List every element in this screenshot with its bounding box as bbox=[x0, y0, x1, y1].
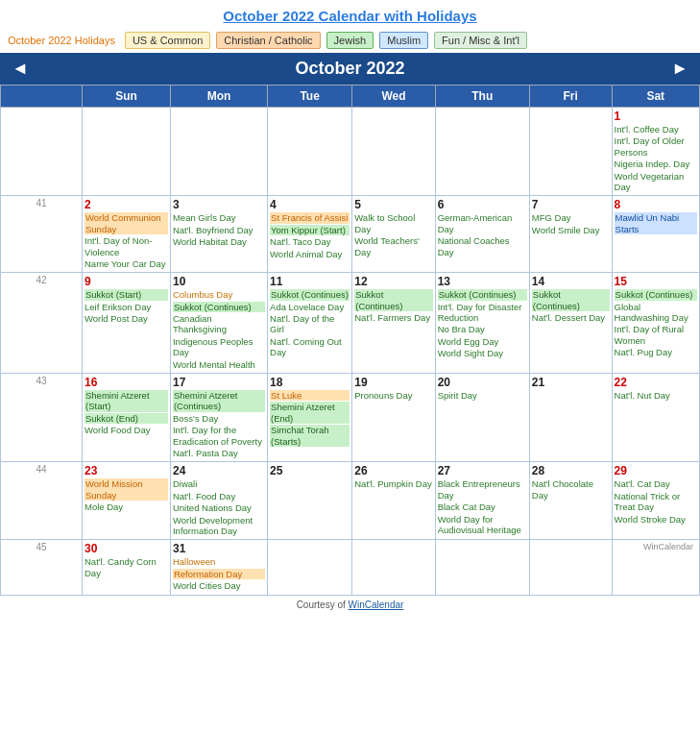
day-5: 5 Walk to School Day World Teachers' Day bbox=[352, 196, 435, 273]
day-number: 26 bbox=[354, 464, 432, 477]
day-number: 16 bbox=[84, 376, 168, 389]
day-number: 2 bbox=[84, 198, 168, 211]
header-fri: Fri bbox=[529, 86, 612, 108]
event: Halloween bbox=[173, 556, 265, 567]
event: Spirit Day bbox=[438, 390, 527, 401]
empty-cell bbox=[268, 108, 352, 196]
event: National Trick or Treat Day bbox=[615, 491, 697, 513]
footer: Courtesy of WinCalendar bbox=[0, 596, 700, 614]
empty-cell bbox=[352, 540, 435, 595]
week-num: 42 bbox=[1, 273, 83, 374]
tag-christian[interactable]: Christian / Catholic bbox=[216, 32, 320, 49]
week-num: 43 bbox=[1, 374, 83, 462]
event: Nat'l. Nut Day bbox=[615, 390, 697, 401]
event: Sukkot (Continues) bbox=[615, 289, 697, 300]
empty-cell bbox=[83, 108, 171, 196]
day-3: 3 Mean Girls Day Nat'l. Boyfriend Day Wo… bbox=[170, 196, 267, 273]
day-18: 18 St Luke Shemini Atzeret (End) Simchat… bbox=[268, 374, 352, 462]
day-number: 27 bbox=[438, 464, 527, 477]
day-21: 21 bbox=[529, 374, 612, 462]
event: World Post Day bbox=[84, 313, 168, 324]
empty-cell bbox=[352, 108, 435, 196]
footer-link[interactable]: WinCalendar bbox=[349, 599, 404, 610]
day-25: 25 bbox=[268, 462, 352, 540]
event: Sukkot (Continues) bbox=[270, 289, 350, 300]
day-29: 29 Nat'l. Cat Day National Trick or Trea… bbox=[612, 462, 699, 540]
event: World Animal Day bbox=[270, 249, 350, 259]
day-17: 17 Shemini Atzeret (Continues) Boss's Da… bbox=[170, 374, 267, 462]
event: Mean Girls Day bbox=[173, 212, 265, 223]
event: Mole Day bbox=[84, 502, 168, 512]
day-2: 2 World Communion Sunday Int'l. Day of N… bbox=[83, 196, 171, 273]
event: World Communion Sunday bbox=[84, 212, 168, 234]
event: Nat'l. Farmers Day bbox=[354, 312, 432, 323]
event: Nat'l. Dessert Day bbox=[532, 312, 610, 323]
day-26: 26 Nat'l. Pumpkin Day bbox=[352, 462, 435, 540]
event: Boss's Day bbox=[173, 413, 265, 424]
event: Shemini Atzeret (Start) bbox=[84, 390, 168, 412]
event: Leif Erikson Day bbox=[84, 302, 168, 312]
event: Reformation Day bbox=[173, 569, 265, 579]
day-19: 19 Pronouns Day bbox=[352, 374, 435, 462]
day-number: 17 bbox=[173, 376, 265, 389]
event: Sukkot (Continues) bbox=[354, 289, 432, 311]
empty-cell: WinCalendar bbox=[612, 540, 699, 595]
day-8: 8 Mawlid Un Nabi Starts bbox=[612, 196, 699, 273]
event: Nat'l. Pug Day bbox=[615, 347, 697, 357]
event: World Cities Day bbox=[173, 580, 265, 591]
event: Black Entrepreneurs Day bbox=[438, 478, 527, 501]
event: German-American Day bbox=[438, 212, 527, 234]
event: No Bra Day bbox=[438, 324, 527, 334]
calendar-nav: ◄ October 2022 ► bbox=[0, 53, 700, 85]
table-row: 41 2 World Communion Sunday Int'l. Day o… bbox=[1, 196, 700, 273]
page-title: October 2022 Calendar with Holidays bbox=[0, 0, 700, 28]
header-mon: Mon bbox=[170, 86, 267, 108]
event: Nat'l. Boyfriend Day bbox=[173, 225, 265, 235]
calendar-table: Sun Mon Tue Wed Thu Fri Sat 1 Int'l. Cof… bbox=[0, 85, 700, 596]
day-number: 7 bbox=[532, 198, 610, 211]
empty-cell bbox=[268, 540, 352, 595]
day-number: 18 bbox=[270, 376, 350, 389]
header-thu: Thu bbox=[435, 86, 529, 108]
day-number: 30 bbox=[84, 542, 168, 555]
day-30: 30 Nat'l. Candy Corn Day bbox=[83, 540, 171, 595]
event: Sukkot (Start) bbox=[84, 289, 168, 300]
empty-cell bbox=[435, 108, 529, 196]
tag-fun[interactable]: Fun / Misc & Int'l bbox=[434, 32, 527, 49]
event: World Day for Audiovisual Heritage bbox=[438, 514, 527, 536]
day-number: 28 bbox=[532, 464, 610, 477]
event: Nat'l. Pasta Day bbox=[173, 448, 265, 458]
empty-cell bbox=[170, 108, 267, 196]
day-13: 13 Sukkot (Continues) Int'l. Day for Dis… bbox=[435, 273, 529, 374]
next-month-button[interactable]: ► bbox=[671, 59, 688, 79]
prev-month-button[interactable]: ◄ bbox=[12, 59, 29, 79]
day-number: 24 bbox=[173, 464, 265, 477]
event: Indigenous Peoples Day bbox=[173, 336, 265, 358]
event: Nat'l. Coming Out Day bbox=[270, 336, 350, 358]
day-number: 23 bbox=[84, 464, 168, 477]
week-num: 44 bbox=[1, 462, 83, 540]
table-row: 45 30 Nat'l. Candy Corn Day 31 Halloween… bbox=[1, 540, 700, 595]
day-22: 22 Nat'l. Nut Day bbox=[612, 374, 699, 462]
day-23: 23 World Mission Sunday Mole Day bbox=[83, 462, 171, 540]
event: Shemini Atzeret (End) bbox=[270, 402, 350, 424]
event: Nat'l. Pumpkin Day bbox=[354, 478, 432, 489]
event: Int'l. Day of Non-Violence bbox=[84, 235, 168, 257]
event: Nat'l. Day of the Girl bbox=[270, 313, 350, 335]
event: Nat'l. Food Day bbox=[173, 491, 265, 502]
event: MFG Day bbox=[532, 212, 610, 223]
event: Int'l. Day of Older Persons bbox=[615, 135, 697, 158]
day-number: 12 bbox=[354, 275, 432, 288]
event: Nat'l Chocolate Day bbox=[532, 478, 610, 501]
event: Global Handwashing Day bbox=[615, 302, 697, 324]
header-sat: Sat bbox=[612, 86, 699, 108]
day-24: 24 Diwali Nat'l. Food Day United Nations… bbox=[170, 462, 267, 540]
week-num: 45 bbox=[1, 540, 83, 595]
day-27: 27 Black Entrepreneurs Day Black Cat Day… bbox=[435, 462, 529, 540]
tag-muslim[interactable]: Muslim bbox=[379, 32, 428, 49]
day-11: 11 Sukkot (Continues) Ada Lovelace Day N… bbox=[268, 273, 352, 374]
day-28: 28 Nat'l Chocolate Day bbox=[529, 462, 612, 540]
tag-us[interactable]: US & Common bbox=[125, 32, 210, 49]
day-7: 7 MFG Day World Smile Day bbox=[529, 196, 612, 273]
tag-jewish[interactable]: Jewish bbox=[326, 32, 374, 49]
